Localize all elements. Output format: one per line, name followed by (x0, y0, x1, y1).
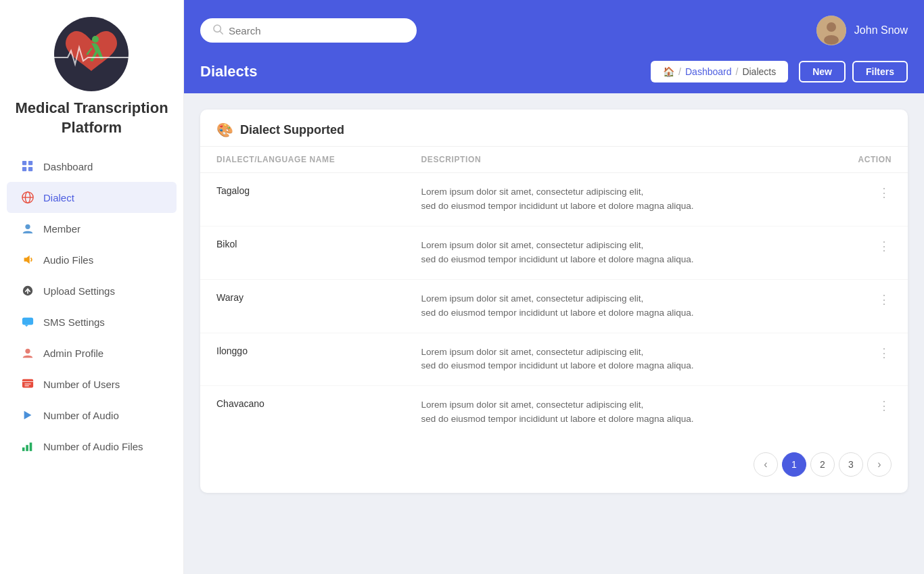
breadcrumb-dashboard[interactable]: Dashboard (685, 66, 732, 77)
dialect-desc: Lorem ipsum dolor sit amet, consectetur … (421, 293, 694, 318)
dashboard-icon (20, 159, 35, 174)
sidebar-item-member[interactable]: Member (7, 213, 177, 244)
card-header: 🎨 Dialect Supported (200, 110, 908, 147)
dialect-desc-cell: Lorem ipsum dolor sit amet, consectetur … (405, 386, 818, 439)
action-menu-button[interactable]: ⋮ (835, 292, 892, 307)
action-menu-button[interactable]: ⋮ (835, 345, 892, 360)
action-menu-button[interactable]: ⋮ (835, 185, 892, 200)
svg-point-28 (824, 35, 839, 45)
sidebar-item-num-audio[interactable]: Number of Audio (7, 400, 177, 431)
col-desc-header: DESCRIPTION (405, 147, 818, 173)
dialect-name-cell: Waray (200, 279, 405, 333)
new-button[interactable]: New (799, 61, 846, 82)
svg-point-15 (25, 349, 30, 354)
svg-rect-13 (22, 318, 33, 325)
dialect-name: Tagalog (216, 185, 250, 196)
dialect-name: Waray (216, 292, 244, 303)
chart-icon (20, 439, 35, 454)
breadcrumb-actions: New Filters (799, 61, 908, 82)
sidebar-label-sms: SMS Settings (43, 316, 105, 328)
svg-point-27 (827, 22, 836, 32)
dialect-desc-cell: Lorem ipsum dolor sit amet, consectetur … (405, 279, 818, 333)
dialect-desc-cell: Lorem ipsum dolor sit amet, consectetur … (405, 173, 818, 226)
next-page-button[interactable]: › (867, 452, 892, 477)
svg-rect-3 (22, 161, 26, 165)
table-body: Tagalog Lorem ipsum dolor sit amet, cons… (200, 173, 908, 439)
search-input[interactable] (229, 25, 405, 37)
sidebar-label-num-users: Number of Users (43, 379, 120, 390)
user-name: John Snow (854, 24, 908, 37)
avatar (816, 16, 846, 45)
sidebar-label-num-audio: Number of Audio (43, 410, 119, 421)
search-icon (212, 24, 223, 37)
page-2-button[interactable]: 2 (810, 452, 835, 477)
dialect-name: Chavacano (216, 398, 264, 409)
users-icon (20, 377, 35, 391)
dialect-name-cell: Bikol (200, 226, 405, 279)
page-1-button[interactable]: 1 (782, 452, 806, 477)
logo-icon (51, 14, 132, 95)
action-cell[interactable]: ⋮ (818, 333, 908, 386)
svg-rect-22 (26, 445, 28, 451)
sidebar-label-dialect: Dialect (43, 192, 74, 204)
sidebar-item-num-users[interactable]: Number of Users (7, 368, 177, 400)
sidebar: Medical Transcription Platform Dashboard… (0, 0, 184, 574)
logo-title: Medical Transcription Platform (15, 99, 168, 137)
member-icon (20, 221, 35, 236)
sidebar-label-dashboard: Dashboard (43, 161, 93, 172)
svg-point-10 (25, 224, 30, 229)
action-cell[interactable]: ⋮ (818, 386, 908, 439)
table-row: Tagalog Lorem ipsum dolor sit amet, cons… (200, 173, 908, 226)
sms-icon (20, 314, 35, 329)
user-area: John Snow (816, 16, 908, 45)
action-menu-button[interactable]: ⋮ (835, 239, 892, 254)
svg-point-1 (92, 36, 99, 43)
page-3-button[interactable]: 3 (839, 452, 863, 477)
action-cell[interactable]: ⋮ (818, 279, 908, 333)
dialects-card: 🎨 Dialect Supported DIALECT/LANGUAGE NAM… (200, 110, 908, 493)
sidebar-label-audio: Audio Files (43, 254, 93, 266)
dialect-name: Bikol (216, 239, 237, 249)
table-row: Waray Lorem ipsum dolor sit amet, consec… (200, 279, 908, 333)
sidebar-nav: Dashboard Dialect Member Audio Files (0, 151, 183, 462)
page-title: Dialects (200, 63, 257, 80)
pagination: ‹ 1 2 3 › (200, 439, 908, 479)
table-row: Chavacano Lorem ipsum dolor sit amet, co… (200, 386, 908, 439)
sidebar-item-dialect[interactable]: Dialect (7, 182, 177, 213)
dialect-desc: Lorem ipsum dolor sit amet, consectetur … (421, 240, 694, 264)
dialect-desc-cell: Lorem ipsum dolor sit amet, consectetur … (405, 333, 818, 386)
prev-page-button[interactable]: ‹ (754, 452, 778, 477)
sidebar-item-upload[interactable]: Upload Settings (7, 275, 177, 306)
svg-rect-5 (28, 161, 32, 165)
breadcrumb-bar: Dialects 🏠 / Dashboard / Dialects New Fi… (184, 61, 924, 93)
table-row: Bikol Lorem ipsum dolor sit amet, consec… (200, 226, 908, 279)
audio-icon (20, 252, 35, 267)
card-title: Dialect Supported (240, 123, 344, 137)
action-menu-button[interactable]: ⋮ (835, 398, 892, 413)
table-row: Ilonggo Lorem ipsum dolor sit amet, cons… (200, 333, 908, 386)
breadcrumb: 🏠 / Dashboard / Dialects (651, 61, 788, 82)
filters-button[interactable]: Filters (852, 61, 908, 82)
sidebar-item-dashboard[interactable]: Dashboard (7, 151, 177, 182)
sidebar-item-audio-files[interactable]: Audio Files (7, 244, 177, 275)
svg-line-25 (220, 31, 223, 34)
search-box[interactable] (200, 18, 417, 43)
action-cell[interactable]: ⋮ (818, 226, 908, 279)
sidebar-item-admin[interactable]: Admin Profile (7, 337, 177, 368)
dialect-desc: Lorem ipsum dolor sit amet, consectetur … (421, 347, 694, 371)
svg-rect-16 (22, 379, 33, 388)
home-icon[interactable]: 🏠 (663, 66, 674, 77)
sidebar-label-upload: Upload Settings (43, 285, 115, 297)
play-icon (20, 408, 35, 423)
col-action-header: ACTION (818, 147, 908, 173)
sidebar-label-num-audio-files: Number of Audio Files (43, 441, 143, 452)
dialect-desc-cell: Lorem ipsum dolor sit amet, consectetur … (405, 226, 818, 279)
svg-rect-6 (28, 167, 32, 171)
admin-icon (20, 345, 35, 360)
sidebar-item-sms[interactable]: SMS Settings (7, 306, 177, 337)
sidebar-item-num-audio-files[interactable]: Number of Audio Files (7, 431, 177, 462)
action-cell[interactable]: ⋮ (818, 173, 908, 226)
dialect-desc: Lorem ipsum dolor sit amet, consectetur … (421, 400, 694, 424)
dialect-name-cell: Chavacano (200, 386, 405, 439)
main-area: John Snow Dialects 🏠 / Dashboard / Diale… (184, 0, 924, 574)
